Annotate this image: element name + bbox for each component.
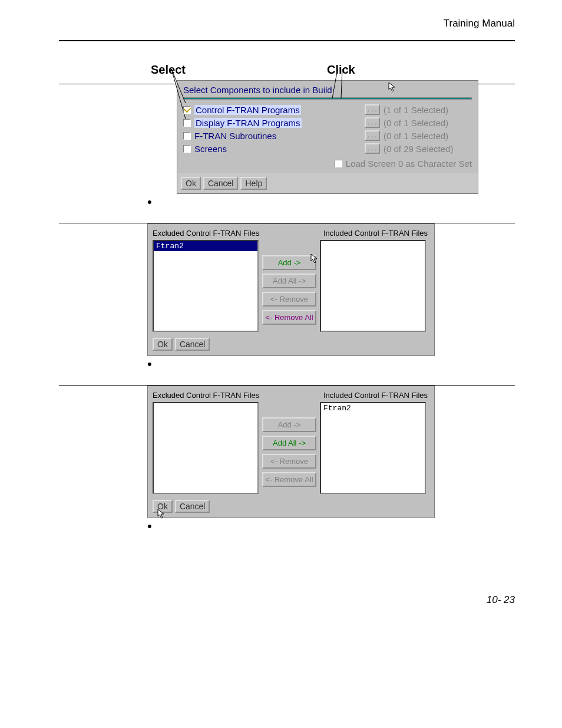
select-components-dialog: Select Components to include in Build Co… <box>177 80 478 194</box>
row-status: (1 of 1 Selected) <box>384 105 472 115</box>
ok-button[interactable]: Ok <box>181 177 201 190</box>
bullet: • <box>147 361 515 367</box>
list-item[interactable]: Ftran2 <box>321 403 425 413</box>
add-button[interactable]: Add -> <box>262 255 316 270</box>
remove-all-button[interactable]: <- Remove All <box>262 310 316 325</box>
excluded-header: Excluded Control F-TRAN Files <box>153 391 265 400</box>
help-button[interactable]: Help <box>240 177 267 190</box>
included-listbox[interactable] <box>320 240 426 332</box>
ellipsis-button[interactable]: . . . <box>365 130 380 141</box>
row-label: Screens <box>194 144 227 154</box>
ok-button[interactable]: Ok <box>153 338 173 351</box>
checkbox-screens[interactable] <box>183 145 191 153</box>
included-listbox[interactable]: Ftran2 <box>320 402 426 494</box>
list-item[interactable]: Ftran2 <box>154 241 257 251</box>
remove-button[interactable]: <- Remove <box>262 454 316 469</box>
click-heading: Click <box>327 63 355 77</box>
row-label: Display F-TRAN Programs <box>194 118 302 128</box>
left-margin-rule-3 <box>59 385 147 518</box>
cancel-button[interactable]: Cancel <box>175 338 210 351</box>
row-label: F-TRAN Subroutines <box>194 131 276 141</box>
remove-all-button[interactable]: <- Remove All <box>262 472 316 487</box>
file-selection-dialog-before: Excluded Control F-TRAN Files Included C… <box>147 223 435 356</box>
excluded-header: Excluded Control F-TRAN Files <box>153 229 265 238</box>
remove-button[interactable]: <- Remove <box>262 292 316 307</box>
dialog-title: Select Components to include in Build <box>177 81 478 97</box>
select-heading: Select <box>151 63 186 77</box>
row-status: (0 of 29 Selected) <box>384 144 472 154</box>
bullet: • <box>147 523 515 529</box>
ellipsis-button[interactable]: . . . <box>365 117 380 128</box>
bullet: • <box>147 199 515 205</box>
checkbox-display-ftran[interactable] <box>183 119 191 127</box>
cancel-button[interactable]: Cancel <box>175 500 210 513</box>
add-all-button[interactable]: Add All -> <box>262 436 316 450</box>
cancel-button[interactable]: Cancel <box>203 177 239 190</box>
left-margin-rule-1 <box>59 84 147 194</box>
included-header: Included Control F-TRAN Files <box>323 391 428 400</box>
excluded-listbox[interactable] <box>153 402 259 494</box>
checkbox-load-screen-0[interactable] <box>335 160 342 167</box>
ellipsis-button[interactable]: . . . <box>365 143 380 154</box>
checkbox-ftran-subroutines[interactable] <box>183 132 191 140</box>
row-status: (0 of 1 Selected) <box>384 118 472 128</box>
add-all-button[interactable]: Add All -> <box>262 274 316 288</box>
header-rule <box>59 40 515 41</box>
page-number: 10- 23 <box>59 594 515 606</box>
file-selection-dialog-after: Excluded Control F-TRAN Files Included C… <box>147 386 435 518</box>
ok-button[interactable]: Ok <box>153 500 173 513</box>
add-button[interactable]: Add -> <box>262 417 316 432</box>
included-header: Included Control F-TRAN Files <box>323 229 428 238</box>
load-screen-label: Load Screen 0 as Character Set <box>346 159 472 169</box>
title-separator <box>183 97 472 100</box>
checkbox-control-ftran[interactable] <box>183 106 191 114</box>
excluded-listbox[interactable]: Ftran2 <box>153 240 259 332</box>
row-label: Control F-TRAN Programs <box>194 105 301 115</box>
row-status: (0 of 1 Selected) <box>384 131 472 141</box>
left-margin-rule-2 <box>59 223 147 356</box>
ellipsis-button[interactable]: . . . <box>365 104 380 115</box>
page-header: Training Manual <box>59 18 515 29</box>
